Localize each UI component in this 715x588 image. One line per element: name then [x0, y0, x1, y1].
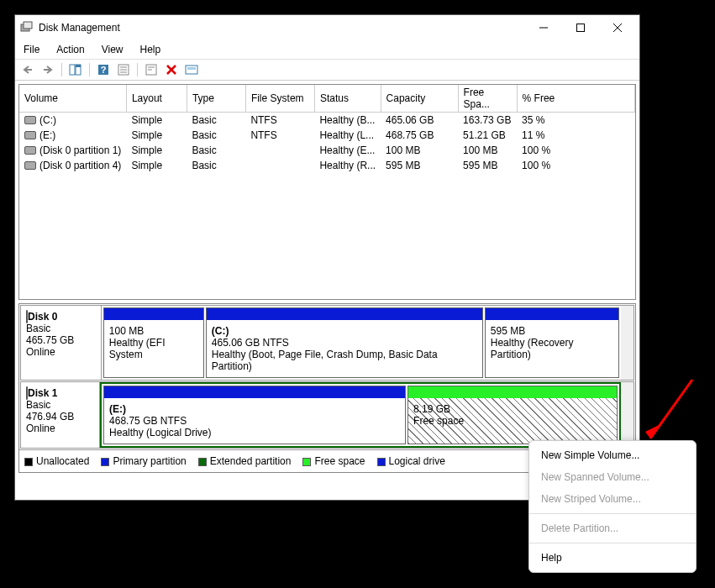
partition[interactable]: (C:)465.06 GB NTFSHealthy (Boot, Page Fi… — [206, 307, 483, 378]
menu-separator — [529, 543, 696, 543]
app-icon — [20, 21, 34, 34]
back-button[interactable] — [18, 61, 37, 78]
col-capacity[interactable]: Capacity — [381, 85, 458, 113]
legend-primary: Primary partition — [101, 455, 186, 467]
menu-view[interactable]: View — [98, 42, 127, 57]
delete-button[interactable] — [162, 61, 181, 78]
disk-management-window: Disk Management File Action View Help ? … — [14, 14, 640, 501]
annotation-arrow — [640, 373, 699, 449]
partition[interactable]: (E:)468.75 GB NTFSHealthy (Logical Drive… — [103, 386, 406, 444]
toolbar-separator — [137, 63, 138, 76]
volume-list-pane: Volume Layout Type File System Status Ca… — [18, 84, 636, 300]
partitions-container: (E:)468.75 GB NTFSHealthy (Logical Drive… — [100, 382, 621, 448]
col-status[interactable]: Status — [314, 85, 381, 113]
table-row[interactable]: (Disk 0 partition 4)SimpleBasicHealthy (… — [19, 158, 635, 173]
toolbar-separator — [89, 63, 90, 76]
menu-separator — [529, 513, 696, 514]
disk-icon — [24, 161, 36, 170]
view-toggle-button[interactable] — [66, 61, 85, 78]
menubar: File Action View Help — [15, 40, 639, 59]
menu-new-striped-volume: New Striped Volume... — [529, 488, 696, 510]
disk-icon — [24, 116, 36, 124]
menu-file[interactable]: File — [20, 42, 43, 57]
close-button[interactable] — [599, 16, 636, 39]
disk-icon — [24, 131, 36, 139]
legend-unallocated: Unallocated — [24, 455, 89, 467]
forward-button[interactable] — [39, 61, 57, 78]
svg-rect-1 — [24, 22, 32, 29]
scrollbar-gutter — [621, 382, 634, 448]
partitions-container: 100 MBHealthy (EFI System(C:)465.06 GB N… — [102, 306, 621, 380]
legend-extended: Extended partition — [198, 455, 292, 467]
svg-rect-3 — [577, 24, 585, 32]
properties-button[interactable] — [114, 61, 133, 78]
menu-new-spanned-volume: New Spanned Volume... — [529, 466, 696, 488]
svg-line-24 — [650, 380, 692, 438]
menu-help[interactable]: Help — [137, 42, 165, 57]
col-layout[interactable]: Layout — [126, 85, 187, 113]
col-pct[interactable]: % Free — [517, 85, 634, 113]
menu-delete-partition: Delete Partition... — [529, 517, 696, 539]
legend-free: Free space — [302, 455, 365, 467]
partition[interactable]: 595 MBHealthy (Recovery Partition) — [485, 307, 619, 378]
help-button[interactable]: ? — [94, 61, 113, 78]
disk-row: Disk 0Basic465.75 GBOnline100 MBHealthy … — [20, 305, 634, 381]
disk-icon — [24, 146, 36, 155]
col-volume[interactable]: Volume — [19, 85, 126, 113]
svg-rect-8 — [70, 65, 75, 75]
window-title: Disk Management — [39, 22, 525, 34]
table-row[interactable]: (E:)SimpleBasicNTFSHealthy (L...468.75 G… — [19, 128, 635, 143]
disk-info[interactable]: Disk 0Basic465.75 GBOnline — [21, 306, 102, 380]
svg-rect-10 — [76, 65, 81, 67]
minimize-button[interactable] — [525, 16, 562, 39]
column-headers: Volume Layout Type File System Status Ca… — [19, 85, 635, 113]
refresh-button[interactable] — [142, 61, 160, 78]
toolbar-separator — [61, 63, 62, 76]
table-row[interactable]: (Disk 0 partition 1)SimpleBasicHealthy (… — [19, 143, 635, 158]
table-row[interactable]: (C:)SimpleBasicNTFSHealthy (B...465.06 G… — [19, 113, 635, 129]
menu-action[interactable]: Action — [53, 42, 87, 57]
disk-info[interactable]: Disk 1Basic476.94 GBOnline — [21, 382, 100, 448]
svg-rect-23 — [187, 67, 196, 70]
maximize-button[interactable] — [562, 16, 599, 39]
scrollbar-gutter — [621, 306, 634, 380]
disk-row: Disk 1Basic476.94 GBOnline(E:)468.75 GB … — [20, 381, 634, 449]
rescan-button[interactable] — [182, 61, 201, 78]
svg-text:?: ? — [101, 65, 107, 75]
col-fs[interactable]: File System — [245, 85, 314, 113]
col-free[interactable]: Free Spa... — [458, 85, 517, 113]
titlebar: Disk Management — [15, 15, 639, 40]
partition[interactable]: 100 MBHealthy (EFI System — [103, 307, 204, 378]
legend-logical: Logical drive — [377, 455, 445, 467]
context-menu: New Simple Volume... New Spanned Volume.… — [528, 440, 697, 573]
col-type[interactable]: Type — [187, 85, 245, 113]
toolbar: ? — [15, 59, 639, 81]
menu-help[interactable]: Help — [529, 547, 696, 569]
partition[interactable]: 8.19 GBFree space — [407, 386, 618, 444]
